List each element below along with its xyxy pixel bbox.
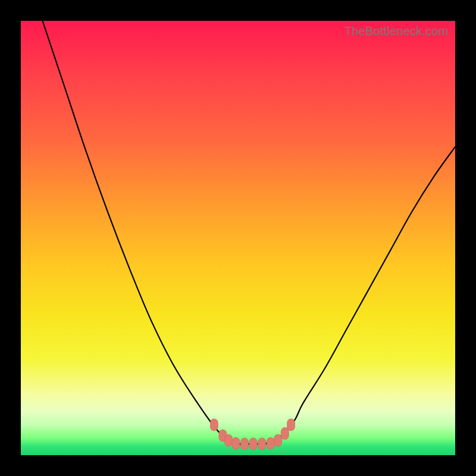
bottleneck-curve <box>21 21 455 444</box>
curve-marker <box>224 434 232 446</box>
curve-marker <box>240 438 248 450</box>
curve-marker <box>281 428 289 440</box>
plot-area: TheBottleneck.com <box>21 21 455 455</box>
curve-marker <box>232 437 240 449</box>
curve-marker <box>287 419 295 431</box>
curve-marker <box>267 437 274 449</box>
curve-marker <box>258 438 266 450</box>
curve-marker <box>249 438 257 450</box>
marker-group <box>210 419 295 450</box>
curve-marker <box>210 419 218 431</box>
chart-frame: TheBottleneck.com <box>0 0 476 476</box>
bottleneck-curve-svg <box>21 21 455 455</box>
curve-marker <box>274 434 282 446</box>
